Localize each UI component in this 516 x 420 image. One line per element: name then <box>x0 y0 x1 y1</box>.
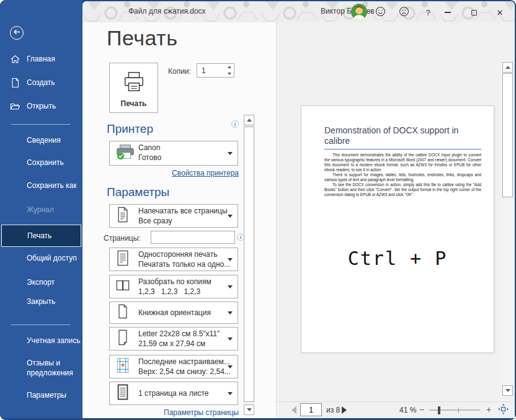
send-frown-button[interactable] <box>398 6 410 19</box>
zoom-in-button[interactable]: + <box>486 404 491 414</box>
margins-dropdown[interactable]: Последние настраиваем... Верх: 2,54 см с… <box>109 355 238 378</box>
pages-range-input[interactable] <box>151 231 235 244</box>
previous-page-button[interactable] <box>291 406 296 414</box>
triangle-up-icon <box>247 118 252 122</box>
printer-info-icon[interactable]: i <box>231 120 239 128</box>
minimize-icon <box>445 12 451 12</box>
printer-properties-link[interactable]: Свойства принтера <box>109 169 239 177</box>
back-arrow-icon <box>13 27 21 38</box>
chevron-down-icon <box>228 365 233 369</box>
print-range-dropdown[interactable]: Напечатать все страницы Все сразу <box>109 204 238 228</box>
sidebar-item-label: Общий доступ <box>27 254 81 264</box>
close-button[interactable]: ✕ <box>494 6 506 19</box>
dropdown-line2: Печатать только на одно... <box>138 260 230 269</box>
sidebar-item-label: Журнал <box>27 205 81 215</box>
scrollbar-thumb[interactable] <box>244 127 254 402</box>
sidebar-item-feedback[interactable]: Отзывы и предложения <box>0 359 82 378</box>
page-number-input[interactable] <box>300 403 322 416</box>
print-preview-pane: Demonstration of DOCX support in calibre… <box>277 22 515 401</box>
zoom-out-button[interactable]: − <box>419 404 424 414</box>
orientation-dropdown[interactable]: Книжная ориентация <box>109 302 238 324</box>
print-button[interactable]: Печать <box>109 63 158 113</box>
print-sides-dropdown[interactable]: Односторонняя печать Печатать только на … <box>109 248 238 271</box>
copies-input[interactable] <box>197 64 225 77</box>
sidebar-item-home[interactable]: Главная <box>0 52 82 67</box>
dropdown-line2: 21,59 см x 27,94 см <box>138 339 205 348</box>
document-paragraph: To see the DOCX conversion in action, si… <box>324 182 481 197</box>
page-count-label: из 8 <box>326 406 340 414</box>
send-smile-button[interactable] <box>374 6 386 19</box>
settings-scrollbar[interactable] <box>244 115 254 415</box>
custom-margins-icon <box>115 357 130 377</box>
scrollbar-thumb[interactable] <box>502 73 513 197</box>
document-body: This document demonstrates the ability o… <box>324 153 481 197</box>
pages-per-sheet-dropdown[interactable]: 1 страница на листе <box>109 382 238 405</box>
sidebar-item-label: Закрыть <box>27 297 81 307</box>
sidebar-item-new[interactable]: Создать <box>0 76 82 91</box>
document-paragraph: There is support for images, tables, lis… <box>324 172 481 182</box>
pages-label: Страницы: <box>104 234 141 243</box>
back-button[interactable] <box>10 26 24 40</box>
maximize-button[interactable] <box>468 6 480 19</box>
scroll-down-button[interactable] <box>502 385 513 396</box>
sidebar-item-label: Открыть <box>27 102 81 112</box>
document-shortcut-text: Ctrl + P <box>301 248 494 269</box>
copies-stepper <box>197 63 234 78</box>
sidebar-item-save[interactable]: Сохранить <box>0 156 82 171</box>
scroll-down-button[interactable] <box>244 404 254 415</box>
sidebar-divider <box>11 324 70 325</box>
printer-select-dropdown[interactable]: Canon Готово <box>109 141 238 166</box>
zoom-slider-handle[interactable] <box>438 406 440 414</box>
pages-per-sheet-icon <box>115 383 130 403</box>
scroll-up-button[interactable] <box>244 115 254 125</box>
copies-increment-button[interactable] <box>225 64 234 71</box>
zoom-to-page-button[interactable] <box>498 404 509 414</box>
sidebar-item-account[interactable]: Учетная запись <box>0 334 82 349</box>
dropdown-line1: Напечатать все страницы <box>138 207 228 215</box>
backstage-sidebar: Главная Создать Открыть Сведения Сохрани… <box>0 0 82 418</box>
page-title: Печать <box>107 26 177 50</box>
sidebar-item-save-as[interactable]: Сохранить как <box>0 179 82 194</box>
smiley-face-icon <box>375 6 386 19</box>
open-folder-icon <box>10 101 20 114</box>
sidebar-item-export[interactable]: Экспорт <box>0 275 82 290</box>
chevron-down-icon <box>228 73 231 75</box>
print-button-label: Печать <box>110 99 158 108</box>
sidebar-item-label: Создать <box>27 78 81 88</box>
sidebar-item-label: Сохранить как <box>27 181 81 191</box>
frown-face-icon <box>399 6 409 19</box>
chevron-down-icon <box>228 337 233 341</box>
paper-size-dropdown[interactable]: Letter 22x28 см 8.5"x11" 21,59 см x 27,9… <box>109 327 238 351</box>
user-avatar[interactable] <box>351 4 367 20</box>
collated-pages-icon <box>115 277 130 297</box>
sidebar-item-label: Экспорт <box>27 278 81 288</box>
collation-dropdown[interactable]: Разобрать по копиям 1,2,3 1,2,3 1,2,3 <box>109 275 238 298</box>
sidebar-item-label: Сведения <box>27 136 81 146</box>
sidebar-item-share[interactable]: Общий доступ <box>0 251 82 266</box>
preview-page: Demonstration of DOCX support in calibre… <box>301 105 494 353</box>
sidebar-item-info[interactable]: Сведения <box>0 133 82 148</box>
maximize-icon <box>471 10 477 16</box>
page-setup-link[interactable]: Параметры страницы <box>109 408 239 417</box>
minimize-button[interactable] <box>442 6 454 19</box>
home-icon <box>10 54 20 66</box>
scroll-up-button[interactable] <box>502 62 513 73</box>
preview-scrollbar[interactable] <box>502 62 513 396</box>
help-button[interactable]: ? <box>422 6 434 19</box>
triangle-up-icon <box>505 66 510 69</box>
printer-status-icon <box>115 144 135 163</box>
sidebar-item-close[interactable]: Закрыть <box>0 295 82 310</box>
printer-name: Canon <box>138 143 160 152</box>
sidebar-item-open[interactable]: Открыть <box>0 99 82 114</box>
zoom-slider[interactable] <box>429 409 480 411</box>
dropdown-line2: Верх: 2,54 см снизу: 2,54... <box>138 367 231 376</box>
copies-label: Копии: <box>168 67 191 76</box>
next-page-button[interactable] <box>342 406 347 414</box>
sidebar-item-label: Печать <box>27 231 51 240</box>
help-icon: ? <box>425 8 430 17</box>
sidebar-item-options[interactable]: Параметры <box>0 388 82 403</box>
settings-section-heading: Параметры <box>107 185 169 199</box>
sidebar-item-print-selected[interactable]: Печать <box>1 225 81 247</box>
copies-decrement-button[interactable] <box>225 71 234 78</box>
new-document-icon <box>10 78 20 90</box>
